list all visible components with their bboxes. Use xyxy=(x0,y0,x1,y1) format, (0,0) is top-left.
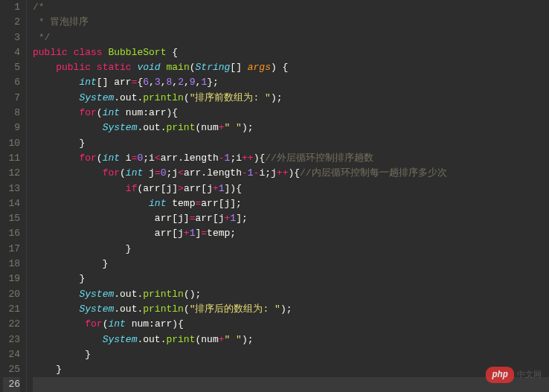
token-punct: [ xyxy=(172,213,178,224)
line-number: 20 xyxy=(3,287,20,302)
watermark-text: 中文网 xyxy=(517,367,542,382)
token-punct: (); xyxy=(184,289,201,300)
token-type: int xyxy=(108,318,125,330)
code-line[interactable]: } xyxy=(33,271,549,286)
line-number: 2 xyxy=(3,15,20,30)
token-punct: . xyxy=(201,167,207,179)
code-line[interactable]: } xyxy=(33,136,549,151)
token-string: "排序前数组为: " xyxy=(190,92,271,103)
token-punct: , xyxy=(161,77,167,88)
token-punct: ( xyxy=(190,62,196,73)
line-number: 21 xyxy=(3,302,20,317)
token-keyword: public xyxy=(56,62,91,73)
token-punct: ( xyxy=(97,107,103,118)
token-punct: { xyxy=(166,47,178,58)
code-line[interactable]: } xyxy=(33,362,549,377)
code-line[interactable]: System.out.print(num+" "); xyxy=(33,121,549,135)
code-line[interactable]: } xyxy=(33,242,549,257)
code-line[interactable]: */ xyxy=(33,30,549,45)
token-op: - xyxy=(219,152,225,164)
token-func: main xyxy=(167,62,190,73)
token-ident: arr xyxy=(155,213,172,224)
token-punct: [] xyxy=(97,77,114,88)
code-line[interactable]: for(int num:arr){ xyxy=(33,106,549,121)
token-punct: ] xyxy=(172,183,178,194)
token-ident: i xyxy=(126,152,132,164)
code-line[interactable]: arr[j]=arr[j+1]; xyxy=(33,211,549,226)
token-punct xyxy=(33,107,79,118)
code-line[interactable]: * 冒泡排序 xyxy=(33,15,549,30)
token-ident: arr xyxy=(201,198,218,209)
token-punct: ( xyxy=(120,167,126,179)
token-punct: . xyxy=(178,152,184,164)
token-punct xyxy=(143,167,149,179)
token-punct: } xyxy=(33,258,108,269)
token-func: println xyxy=(143,92,184,103)
token-type: System xyxy=(79,92,114,103)
token-punct: } xyxy=(33,364,62,375)
code-line[interactable]: for(int num:arr){ xyxy=(33,317,549,332)
token-number: 0 xyxy=(161,167,167,179)
line-number: 25 xyxy=(3,362,20,377)
token-number: 3 xyxy=(155,77,161,88)
token-op: < xyxy=(155,152,161,164)
token-type: int xyxy=(149,198,166,209)
line-number: 19 xyxy=(3,271,20,286)
code-area[interactable]: /* * 冒泡排序 */public class BubbleSort { pu… xyxy=(27,0,549,392)
token-keyword: for xyxy=(79,107,96,118)
token-punct xyxy=(33,183,126,194)
token-ident: j xyxy=(149,167,155,179)
code-line[interactable]: if(arr[j]>arr[j+1]){ xyxy=(33,181,549,196)
token-punct: . xyxy=(114,289,120,300)
line-number: 26 xyxy=(3,377,20,392)
token-type: System xyxy=(79,289,114,300)
token-number: 1 xyxy=(219,183,225,194)
code-line[interactable]: System.out.println(); xyxy=(33,287,549,302)
token-ident: temp xyxy=(172,198,195,209)
token-punct: } xyxy=(33,138,85,149)
code-line[interactable]: arr[j+1]=temp; xyxy=(33,226,549,241)
token-op: ++ xyxy=(242,152,254,164)
watermark-badge: php xyxy=(486,367,514,383)
token-op: + xyxy=(184,228,190,239)
code-line[interactable]: System.out.println("排序前数组为: "); xyxy=(33,91,549,106)
code-line[interactable]: System.out.println("排序后的数组为: "); xyxy=(33,302,549,317)
token-punct: [ xyxy=(219,198,225,209)
token-keyword: for xyxy=(103,167,120,179)
code-line[interactable]: public class BubbleSort { xyxy=(33,45,549,60)
code-line[interactable]: } xyxy=(33,347,549,362)
line-number: 12 xyxy=(3,166,20,181)
code-line[interactable]: for(int i=0;i<arr.length-1;i++){//外层循环控制… xyxy=(33,151,549,166)
token-type: System xyxy=(79,303,114,315)
code-line[interactable]: int temp=arr[j]; xyxy=(33,196,549,211)
token-comment: */ xyxy=(33,32,50,43)
code-line[interactable]: /* xyxy=(33,0,549,15)
code-line[interactable]: public static void main(String[] args) { xyxy=(33,60,549,75)
token-ident: length xyxy=(207,167,242,179)
line-number: 9 xyxy=(3,121,20,135)
token-punct xyxy=(33,62,56,73)
line-number: 7 xyxy=(3,91,20,106)
code-line[interactable]: } xyxy=(33,257,549,271)
token-punct xyxy=(68,47,74,58)
token-ident: i xyxy=(149,152,155,164)
line-number: 3 xyxy=(3,30,20,45)
token-punct: ( xyxy=(97,152,103,164)
token-punct xyxy=(33,228,155,239)
line-number: 15 xyxy=(3,211,20,226)
token-func: println xyxy=(143,289,184,300)
token-punct xyxy=(33,122,103,133)
token-punct xyxy=(161,62,167,73)
code-line[interactable]: int[] arr={6,3,8,2,9,1}; xyxy=(33,75,549,90)
token-ident: num xyxy=(132,318,149,330)
token-punct: [] xyxy=(230,62,247,73)
code-line[interactable]: System.out.print(num+" "); xyxy=(33,332,549,347)
line-number: 18 xyxy=(3,257,20,271)
line-number: 4 xyxy=(3,45,20,60)
token-classname: BubbleSort xyxy=(108,47,166,58)
token-punct: [ xyxy=(201,183,207,194)
code-line[interactable] xyxy=(33,377,549,392)
token-keyword: public xyxy=(33,47,68,58)
code-line[interactable]: for(int j=0;j<arr.length-1-i;j++){//内层循环… xyxy=(33,166,549,181)
token-punct xyxy=(33,152,79,164)
